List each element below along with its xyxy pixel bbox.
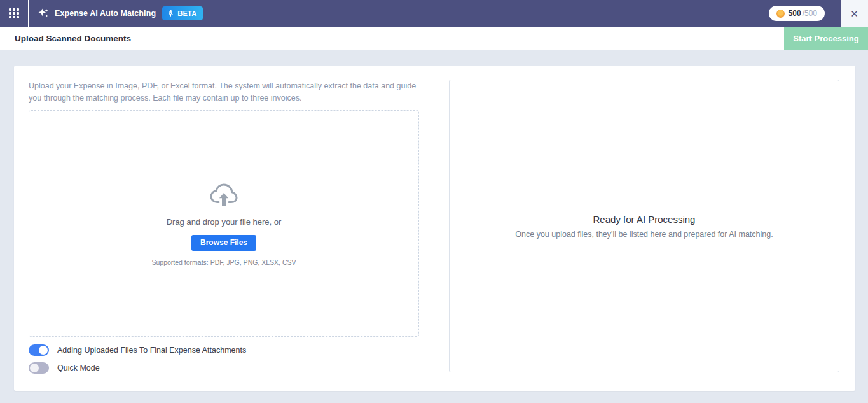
rocket-icon	[167, 10, 174, 17]
app-title: Expense AI Auto Matching	[55, 9, 156, 18]
upload-instructions: Upload your Expense in Image, PDF, or Ex…	[29, 80, 418, 104]
toggle-knob	[30, 364, 39, 372]
beta-badge[interactable]: BETA	[162, 6, 203, 20]
app-launcher-button[interactable]	[0, 0, 28, 27]
quick-mode-toggle-label: Quick Mode	[57, 364, 100, 372]
credits-total: /500	[803, 9, 817, 18]
app-header: Expense AI Auto Matching BETA 500 /500 ✕	[0, 0, 868, 27]
queue-subtitle: Once you upload files, they'll be listed…	[515, 230, 773, 239]
supported-formats-text: Supported formats: PDF, JPG, PNG, XLSX, …	[151, 258, 296, 266]
browse-files-button[interactable]: Browse Files	[191, 235, 256, 251]
toggle-knob	[39, 346, 48, 355]
close-button[interactable]: ✕	[841, 0, 868, 27]
attachments-toggle-row: Adding Uploaded Files To Final Expense A…	[29, 344, 246, 356]
header-divider	[28, 0, 29, 27]
credits-counter[interactable]: 500 /500	[769, 6, 825, 21]
close-icon: ✕	[850, 9, 858, 18]
quick-mode-toggle-row: Quick Mode	[29, 362, 100, 374]
quick-mode-toggle[interactable]	[29, 362, 49, 374]
beta-label: BETA	[177, 10, 196, 17]
attachments-toggle-label: Adding Uploaded Files To Final Expense A…	[57, 346, 246, 355]
credits-used: 500	[789, 9, 801, 18]
file-dropzone[interactable]: Drag and drop your file here, or Browse …	[29, 110, 419, 337]
attachments-toggle[interactable]	[29, 344, 49, 356]
drag-drop-text: Drag and drop your file here, or	[167, 217, 282, 227]
subheader: Upload Scanned Documents Start Processin…	[0, 27, 868, 50]
cloud-upload-icon	[209, 181, 238, 208]
expense-ai-auto-matching-window: Expense AI Auto Matching BETA 500 /500 ✕…	[0, 0, 868, 403]
upload-card: Upload your Expense in Image, PDF, or Ex…	[14, 66, 855, 391]
coin-icon	[776, 10, 785, 18]
ai-processing-queue-panel: Ready for AI Processing Once you upload …	[449, 80, 839, 372]
queue-title: Ready for AI Processing	[593, 214, 696, 225]
page-title: Upload Scanned Documents	[15, 27, 131, 50]
ai-sparkle-icon	[37, 7, 50, 20]
start-processing-button[interactable]: Start Processing	[784, 27, 868, 50]
grid-apps-icon	[9, 8, 19, 18]
